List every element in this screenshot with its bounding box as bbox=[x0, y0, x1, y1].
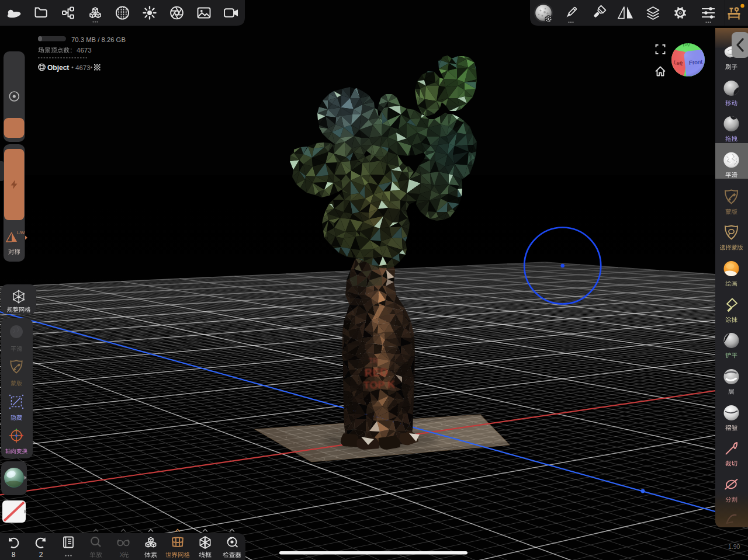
svg-text:4673: 4673 bbox=[77, 47, 92, 54]
svg-text:TR: TR bbox=[369, 357, 378, 365]
svg-text:70.3 MB / 8.26 GB: 70.3 MB / 8.26 GB bbox=[71, 36, 126, 43]
svg-text:TOP K: TOP K bbox=[363, 378, 395, 391]
svg-text:Front: Front bbox=[688, 58, 702, 66]
svg-text:1.90: 1.90 bbox=[728, 543, 740, 550]
svg-text:Object: Object bbox=[47, 64, 69, 72]
svg-text:2: 2 bbox=[39, 551, 43, 559]
svg-text:4673: 4673 bbox=[75, 64, 91, 71]
svg-text:RED: RED bbox=[364, 366, 388, 379]
svg-text:L/W: L/W bbox=[17, 230, 25, 235]
svg-text:8: 8 bbox=[12, 551, 16, 559]
